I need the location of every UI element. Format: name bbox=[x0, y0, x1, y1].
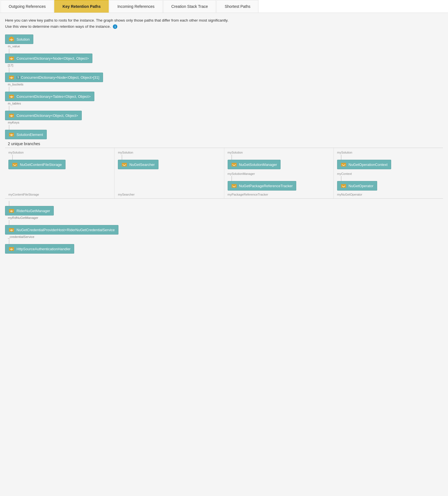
node-nuget-searcher[interactable]: NuGetSearcher bbox=[118, 160, 158, 169]
branch-edge-1-top: mySolution bbox=[118, 151, 133, 154]
branch-edge-3-top: mySolution bbox=[337, 151, 352, 154]
chain2-edge-0: myRdNuGetManager bbox=[8, 216, 443, 219]
unique-branches-label: 2 unique branches bbox=[8, 142, 443, 146]
node-icon-solution bbox=[9, 36, 14, 42]
node-icon-c2-2 bbox=[9, 246, 14, 252]
node-solution[interactable]: Solution bbox=[5, 34, 443, 44]
node-conc-dict-node1[interactable]: ConcurrentDictionary+Node<Object, Object… bbox=[5, 54, 443, 63]
node-nuget-operator[interactable]: NuGetOperator bbox=[337, 181, 377, 191]
node-nuget-solution-manager[interactable]: NuGetSolutionManager bbox=[228, 160, 281, 169]
chain2-edge-1: _credentialService bbox=[8, 235, 443, 238]
edge-label-3: m_tables bbox=[8, 102, 443, 105]
node-icon-b3 bbox=[341, 162, 346, 167]
tab-bar: Outgoing References Key Retention Paths … bbox=[0, 0, 448, 13]
branch-edge-0-top: mySolution bbox=[8, 151, 24, 154]
node-icon-b2s bbox=[231, 183, 237, 189]
description: Here you can view key paths to roots for… bbox=[5, 17, 443, 29]
node-icon-c2-1 bbox=[9, 227, 14, 233]
svg-point-20 bbox=[11, 210, 12, 211]
node-nuget-credential-provider-host[interactable]: NuGetCredentialProviderHost+RiderNuGetCr… bbox=[5, 225, 443, 235]
chain2-vert-0 bbox=[9, 201, 9, 206]
vert-connector-2 bbox=[9, 87, 9, 92]
svg-point-10 bbox=[11, 115, 12, 116]
branches-container: mySolution NuGetContentFileStorage myCon… bbox=[5, 148, 443, 199]
node-nuget-operation-context[interactable]: NuGetOperationContext bbox=[337, 160, 391, 169]
expand-badge[interactable]: 9 bbox=[17, 76, 20, 79]
edge-label-1: [17] bbox=[8, 64, 443, 67]
svg-point-4 bbox=[11, 58, 12, 59]
branch-vert-0 bbox=[12, 155, 13, 160]
branch-col-1: mySolution NuGetSearcher mySearcher bbox=[115, 148, 224, 198]
node-icon-c2-0 bbox=[9, 208, 14, 214]
branch-sub-vert-3 bbox=[341, 176, 341, 181]
branch-vert-1 bbox=[122, 155, 122, 160]
tab-creation-stack[interactable]: Creation Stack Trace bbox=[163, 0, 216, 13]
tab-key-retention[interactable]: Key Retention Paths bbox=[54, 0, 109, 13]
chain-1: Solution m_value ConcurrentDictionary+No… bbox=[5, 34, 443, 139]
edge-label-2: m_buckets bbox=[8, 83, 443, 86]
node-http-source-auth-handler[interactable]: HttpSourceAuthenticationHandler bbox=[5, 244, 443, 254]
chain2-vert-1 bbox=[9, 220, 9, 225]
branch-col-2: mySolution NuGetSolutionManager mySoluti… bbox=[224, 148, 334, 198]
node-conc-dict-tables[interactable]: ConcurrentDictionary+Tables<Object, Obje… bbox=[5, 92, 443, 101]
node-icon-1 bbox=[9, 55, 14, 61]
node-conc-dict-node31[interactable]: 9 ConcurrentDictionary+Node<Object, Obje… bbox=[5, 73, 443, 82]
branch-col-3: mySolution NuGetOperationContext myConte… bbox=[334, 148, 443, 198]
node-icon-b3s bbox=[341, 183, 346, 189]
svg-point-8 bbox=[11, 96, 12, 97]
branch-edge-2-top: mySolution bbox=[228, 151, 243, 154]
node-nuget-package-ref-tracker[interactable]: NuGetPackageReferenceTracker bbox=[228, 181, 297, 191]
branch-edge-3-bottom: myNuGetOperator bbox=[337, 193, 362, 196]
graph-area: Solution m_value ConcurrentDictionary+No… bbox=[5, 34, 443, 254]
branch-sub-edge-3: myContext bbox=[337, 172, 352, 175]
description-line2: Use this view to determine main retentio… bbox=[5, 24, 443, 30]
chain2-vert-2 bbox=[9, 239, 9, 244]
edge-label-0: m_value bbox=[8, 45, 443, 48]
main-content: Here you can view key paths to roots for… bbox=[0, 13, 448, 258]
branch-vert-2 bbox=[232, 155, 232, 160]
node-icon-5 bbox=[9, 132, 14, 137]
branch-edge-0-bottom: myContentFileStorage bbox=[8, 193, 39, 196]
branch-edge-2-bottom: myPackageReferenceTracker bbox=[228, 193, 268, 196]
node-nuget-content-file-storage[interactable]: NuGetContentFileStorage bbox=[8, 160, 66, 169]
node-icon-b1 bbox=[122, 162, 127, 167]
vert-connector-1 bbox=[9, 68, 9, 73]
node-solution-element[interactable]: SolutionElement bbox=[5, 130, 443, 139]
branch-sub-edge-2: mySolutionManager bbox=[228, 172, 255, 175]
edge-label-4: myKeys bbox=[8, 121, 443, 124]
node-icon-b0 bbox=[12, 162, 18, 167]
node-icon-b2 bbox=[231, 162, 237, 167]
vert-connector-3 bbox=[9, 106, 9, 111]
node-rider-nuget-manager[interactable]: RiderNuGetManager bbox=[5, 206, 443, 215]
svg-point-22 bbox=[11, 229, 12, 230]
svg-point-6 bbox=[11, 77, 12, 78]
svg-rect-1 bbox=[10, 37, 13, 38]
svg-point-24 bbox=[11, 248, 12, 249]
node-icon-2 bbox=[9, 75, 14, 80]
chain-2: RiderNuGetManager myRdNuGetManager NuGet… bbox=[5, 201, 443, 254]
tab-incoming[interactable]: Incoming References bbox=[109, 0, 162, 13]
vert-connector-0 bbox=[9, 48, 9, 54]
info-icon[interactable]: i bbox=[113, 24, 117, 29]
svg-point-12 bbox=[11, 134, 12, 135]
node-conc-dict[interactable]: ConcurrentDictionary<Object, Object> bbox=[5, 111, 443, 120]
description-line1: Here you can view key paths to roots for… bbox=[5, 17, 443, 24]
tab-outgoing[interactable]: Outgoing References bbox=[1, 0, 54, 13]
branch-edge-1-bottom: mySearcher bbox=[118, 193, 134, 196]
node-icon-4 bbox=[9, 113, 14, 118]
branch-sub-vert-2 bbox=[232, 176, 232, 181]
tab-shortest[interactable]: Shortest Paths bbox=[216, 0, 258, 13]
svg-point-2 bbox=[11, 39, 12, 40]
node-icon-3 bbox=[9, 94, 14, 99]
branch-vert-3 bbox=[341, 155, 341, 160]
branch-col-0: mySolution NuGetContentFileStorage myCon… bbox=[5, 148, 115, 198]
vert-connector-4 bbox=[9, 125, 9, 130]
